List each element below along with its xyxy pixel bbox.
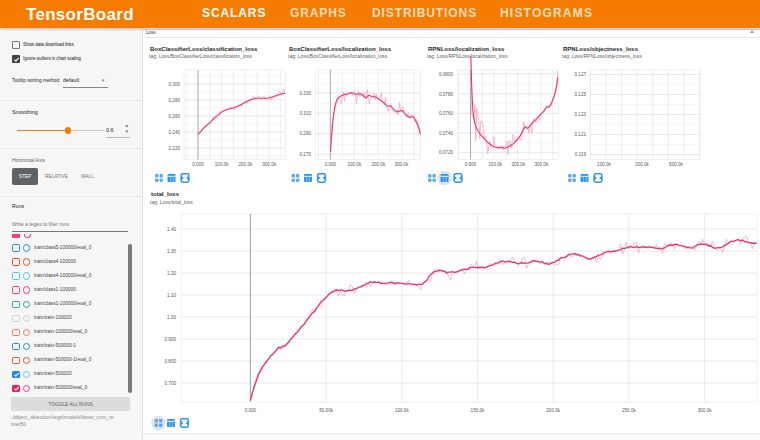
svg-text:100.0k: 100.0k [215,162,229,167]
svg-text:300.0k: 300.0k [698,408,712,413]
svg-text:200.0k: 200.0k [511,162,525,167]
svg-text:250.0k: 250.0k [622,408,636,413]
svg-text:1.30: 1.30 [167,249,176,254]
svg-text:0.260: 0.260 [169,114,181,119]
svg-text:0.900: 0.900 [165,337,177,342]
svg-text:0.0760: 0.0760 [439,111,453,116]
svg-text:150.0k: 150.0k [471,408,485,413]
svg-text:1.00: 1.00 [167,315,176,320]
svg-text:0.119: 0.119 [575,152,587,157]
svg-text:0.800: 0.800 [165,359,177,364]
svg-text:50.00k: 50.00k [319,408,333,413]
svg-text:300.0k: 300.0k [635,162,649,167]
svg-text:300.0k: 300.0k [262,162,276,167]
svg-text:BoxClassifierLoss/localization: BoxClassifierLoss/localization_loss [289,46,392,52]
svg-text:RPNLoss/objectness_loss: RPNLoss/objectness_loss [563,46,639,52]
svg-text:1.40: 1.40 [167,227,176,232]
svg-text:0.300: 0.300 [169,82,181,87]
svg-text:0.280: 0.280 [169,98,181,103]
svg-text:0.0720: 0.0720 [439,150,453,155]
svg-text:tag: Loss/RPNLoss/localization: tag: Loss/RPNLoss/localization_loss [427,53,508,59]
svg-text:0.330: 0.330 [300,91,312,96]
svg-text:500.0k: 500.0k [669,162,683,167]
svg-text:total_loss: total_loss [151,191,180,197]
svg-text:0.270: 0.270 [300,152,312,157]
svg-text:100.0k: 100.0k [597,162,611,167]
svg-text:0.123: 0.123 [575,112,587,117]
svg-text:100.0k: 100.0k [488,162,502,167]
svg-text:tag: Loss/RPNLoss/objectness_l: tag: Loss/RPNLoss/objectness_loss [562,53,642,59]
svg-text:tag: Loss/BoxClassifierLoss/lo: tag: Loss/BoxClassifierLoss/localization… [288,53,388,59]
svg-text:300.0k: 300.0k [394,162,408,167]
svg-text:1.20: 1.20 [167,271,176,276]
svg-text:0.127: 0.127 [575,72,587,77]
svg-text:0.0740: 0.0740 [439,131,453,136]
svg-text:tag: Loss/total_loss: tag: Loss/total_loss [150,199,193,205]
svg-text:0.125: 0.125 [575,92,587,97]
svg-text:tag: Loss/BoxClassifierLoss/cl: tag: Loss/BoxClassifierLoss/classificati… [149,53,252,59]
svg-text:0.000: 0.000 [325,162,337,167]
svg-text:0.240: 0.240 [169,130,181,135]
svg-text:0.310: 0.310 [300,111,312,116]
svg-text:0.000: 0.000 [245,408,257,413]
svg-text:200.0k: 200.0k [371,162,385,167]
svg-text:0.000: 0.000 [465,162,477,167]
svg-text:100.0k: 100.0k [347,162,361,167]
svg-text:0.0800: 0.0800 [439,72,453,77]
svg-text:RPNLoss/localization_loss: RPNLoss/localization_loss [428,46,505,52]
svg-text:BoxClassifierLoss/classificati: BoxClassifierLoss/classification_loss [150,46,258,52]
svg-text:1.10: 1.10 [167,293,176,298]
svg-text:200.0k: 200.0k [546,408,560,413]
svg-text:0.290: 0.290 [300,131,312,136]
svg-text:100.0k: 100.0k [395,408,409,413]
svg-text:0.121: 0.121 [575,132,587,137]
svg-text:0.0780: 0.0780 [439,92,453,97]
svg-text:300.0k: 300.0k [534,162,548,167]
svg-text:0.000: 0.000 [192,162,204,167]
svg-text:0.220: 0.220 [169,146,181,151]
svg-text:0.700: 0.700 [165,381,177,386]
svg-text:200.0k: 200.0k [239,162,253,167]
